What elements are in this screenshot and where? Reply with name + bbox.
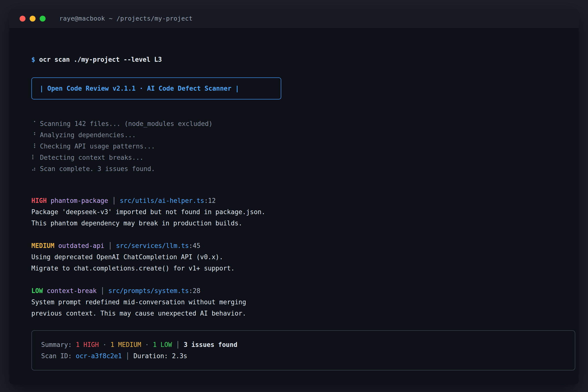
terminal-content: $ ocr scan ./my-project --level L3 | Ope… [9,28,579,370]
rule-name: phantom-package [51,195,108,206]
command-line: $ ocr scan ./my-project --level L3 [31,54,566,65]
dot-separator: · [145,339,149,350]
issue-header: LOW context-break │ src/prompts/system.t… [31,285,566,296]
traffic-lights [20,16,46,22]
titlebar: raye@macbook ~ /projects/my-project [9,9,579,28]
close-button[interactable] [20,16,26,22]
spinner-icon: ⠴ [31,163,36,174]
dot-separator: · [103,339,106,350]
duration-value: 2.3s [172,350,188,362]
duration-label: Duration: [134,350,168,362]
file-location: src/utils/ai-helper.ts:12 [120,195,216,206]
pipe-separator: │ [126,350,130,362]
rule-name: outdated-api [58,240,104,251]
command-text: ocr scan ./my-project --level L3 [39,54,162,65]
issue-medium: MEDIUM outdated-api │ src/services/llm.t… [31,240,566,274]
severity-badge: LOW [31,285,43,296]
summary-line-counts: Summary: 1 HIGH · 1 MEDIUM · 1 LOW │ 3 i… [41,339,566,350]
issue-description: System prompt redefined mid-conversation… [31,296,566,308]
file-path: src/services/llm.ts [116,242,189,250]
issue-description: Using deprecated OpenAI ChatCompletion A… [31,251,566,263]
severity-badge: HIGH [31,195,47,206]
summary-box: Summary: 1 HIGH · 1 MEDIUM · 1 LOW │ 3 i… [31,330,575,370]
severity-badge: MEDIUM [31,240,54,251]
issue-high: HIGH phantom-package │ src/utils/ai-help… [31,195,566,229]
spinner-icon: ⠈ [31,118,36,129]
minimize-button[interactable] [30,16,36,22]
pipe-separator: │ [100,285,104,296]
progress-text: Analyzing dependencies... [40,129,136,141]
pipe-separator: │ [108,240,112,251]
issue-low: LOW context-break │ src/prompts/system.t… [31,285,566,319]
line-number: :45 [189,242,200,250]
line-number: :12 [204,197,216,204]
progress-text: Scan complete. 3 issues found. [40,163,155,174]
low-count: 1 LOW [153,339,172,350]
total-issues: 3 issues found [184,339,238,350]
progress-text: Scanning 142 files... (node_modules excl… [40,118,212,129]
progress-line: ⠇ Detecting context breaks... [31,152,566,163]
issue-description: This phantom dependency may break in pro… [31,218,566,229]
issue-description: previous context. This may cause unexpec… [31,308,566,319]
prompt-symbol: $ [31,54,35,65]
progress-line: ⠘ Analyzing dependencies... [31,129,566,141]
summary-label: Summary: [41,339,72,350]
zoom-button[interactable] [40,16,46,22]
issue-header: MEDIUM outdated-api │ src/services/llm.t… [31,240,566,251]
file-path: src/prompts/system.ts [108,287,189,294]
progress-text: Checking API usage patterns... [40,141,155,152]
issue-header: HIGH phantom-package │ src/utils/ai-help… [31,195,566,206]
pipe-separator: │ [176,339,180,350]
high-count: 1 HIGH [76,339,99,350]
pipe-separator: │ [112,195,116,206]
terminal-window: raye@macbook ~ /projects/my-project $ oc… [9,9,579,385]
spinner-icon: ⠇ [31,152,36,163]
spinner-icon: ⠸ [31,141,36,152]
line-number: :28 [189,287,200,294]
scan-id-label: Scan ID: [41,350,72,362]
progress-log: ⠈ Scanning 142 files... (node_modules ex… [31,118,566,174]
rule-name: context-break [47,285,97,296]
file-location: src/services/llm.ts:45 [116,240,200,251]
spinner-icon: ⠘ [31,129,36,141]
file-path: src/utils/ai-helper.ts [120,197,204,204]
progress-line: ⠸ Checking API usage patterns... [31,141,566,152]
issue-description: Package 'deepseek-v3' imported but not f… [31,206,566,218]
progress-line: ⠴ Scan complete. 3 issues found. [31,163,566,174]
banner-box: | Open Code Review v2.1.1 · AI Code Defe… [31,78,281,100]
scan-id-value: ocr-a3f8c2e1 [76,350,122,362]
medium-count: 1 MEDIUM [110,339,141,350]
progress-text: Detecting context breaks... [40,152,144,163]
issues-list: HIGH phantom-package │ src/utils/ai-help… [31,195,566,319]
window-title: raye@macbook ~ /projects/my-project [59,15,192,22]
summary-line-meta: Scan ID: ocr-a3f8c2e1 │ Duration: 2.3s [41,350,566,362]
progress-line: ⠈ Scanning 142 files... (node_modules ex… [31,118,566,129]
banner-text: | Open Code Review v2.1.1 · AI Code Defe… [40,85,239,92]
issue-description: Migrate to chat.completions.create() for… [31,263,566,274]
file-location: src/prompts/system.ts:28 [108,285,200,296]
